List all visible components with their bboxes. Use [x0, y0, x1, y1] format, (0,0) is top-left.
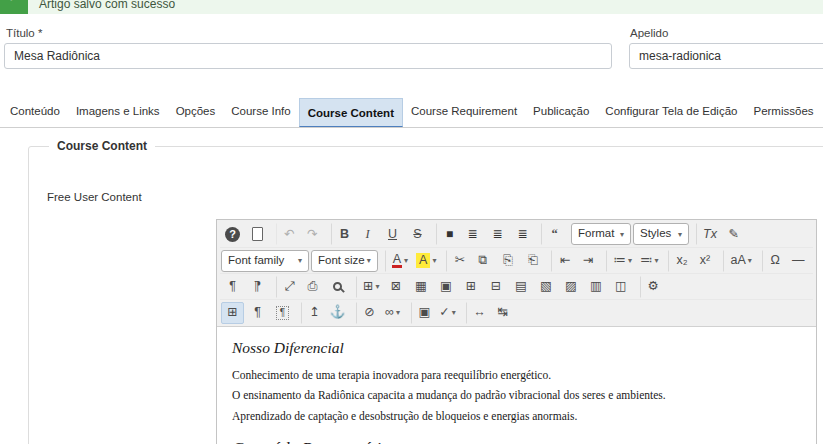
upload-icon[interactable]: ↥: [301, 302, 324, 324]
indent-icon[interactable]: ⇥: [576, 250, 599, 272]
visual-blocks-button[interactable]: ¶: [271, 302, 294, 324]
tab-permissoes[interactable]: Permissões: [745, 98, 821, 127]
copy-icon[interactable]: ⧉: [471, 250, 494, 272]
table-settings-icon[interactable]: ⚙: [640, 276, 663, 298]
align-justify-button[interactable]: ≣: [511, 223, 534, 245]
free-user-content-label: Free User Content: [47, 191, 142, 203]
editor-content[interactable]: Nosso Diferencial Conhecimento de uma te…: [217, 327, 816, 444]
delete-row-icon[interactable]: ▤: [510, 276, 533, 298]
caret-down-icon: ▾: [452, 308, 456, 317]
ltr-icon[interactable]: ¶: [221, 276, 244, 298]
outdent-icon[interactable]: ⇤: [551, 250, 574, 272]
cut-icon[interactable]: ✂: [446, 250, 469, 272]
editor-paragraphs: Conhecimento de uma terapia inovadora pa…: [232, 368, 801, 423]
insert-column-after-icon[interactable]: ▨: [560, 276, 583, 298]
caret-down-icon: ▾: [404, 256, 408, 265]
toolbar-row-3: ¶ ¶ ⤢ ⎙ ⊞▾ ⊠ ▦ ▣ ⊞: [220, 273, 813, 299]
editor-toolbar: ? ↶ ↷ B I U S ■ ≣: [217, 220, 816, 327]
tab-opcoes[interactable]: Opções: [168, 98, 224, 127]
editor-paragraph: Aprendizado de captação e desobstrução d…: [232, 409, 801, 423]
font-size-select[interactable]: Font size▾: [311, 250, 378, 272]
fullscreen-icon[interactable]: ⤢: [276, 276, 299, 298]
font-family-select[interactable]: Font family▾: [221, 250, 309, 272]
success-message: Artigo salvo com sucesso: [28, 0, 175, 14]
bullet-list-button[interactable]: ≔▾: [606, 250, 635, 272]
anchor-icon[interactable]: ⚓: [326, 302, 349, 324]
remove-format-button[interactable]: Tx: [696, 223, 720, 245]
horizontal-rule-button[interactable]: —: [787, 250, 810, 272]
cell-properties-icon[interactable]: ▣: [435, 276, 458, 298]
superscript-button[interactable]: x²: [693, 250, 716, 272]
rich-text-editor: ? ↶ ↷ B I U S ■ ≣: [216, 219, 817, 444]
underline-button[interactable]: U: [381, 223, 404, 245]
image-button[interactable]: ▣: [411, 302, 434, 324]
change-case-button[interactable]: aA▾: [723, 250, 754, 272]
titulo-label: Título *: [6, 27, 42, 39]
toolbar-row-2: Font family▾ Font size▾ A▾ A▾ ✂ ⧉ ⎘ ⎗ ⇤: [220, 247, 813, 273]
caret-down-icon: ▾: [654, 256, 658, 265]
nonbreaking-icon[interactable]: ↔: [466, 302, 489, 324]
caret-down-icon: ▾: [396, 308, 400, 317]
caret-down-icon: ▾: [375, 282, 379, 291]
tab-conteudo[interactable]: Conteúdo: [2, 98, 68, 127]
merge-cells-icon[interactable]: ◫: [610, 276, 633, 298]
tab-course-info[interactable]: Course Info: [223, 98, 298, 127]
rtl-icon[interactable]: ¶: [246, 276, 269, 298]
caret-down-icon: ▾: [678, 230, 682, 239]
italic-button[interactable]: I: [356, 223, 379, 245]
check-icon: ✓: [0, 0, 28, 14]
special-character-button[interactable]: Ω: [762, 250, 785, 272]
table-menu-button[interactable]: ⊞▾: [356, 276, 383, 298]
blockquote-button[interactable]: “: [541, 223, 564, 245]
tab-course-content[interactable]: Course Content: [299, 98, 403, 127]
help-icon[interactable]: ?: [221, 223, 244, 245]
align-left-button[interactable]: ■: [436, 223, 459, 245]
insert-column-before-icon[interactable]: ▧: [535, 276, 558, 298]
align-center-button[interactable]: ≣: [461, 223, 484, 245]
editor-paragraph: O ensinamento da Radiônica capacita a mu…: [232, 388, 801, 402]
highlight-color-button[interactable]: A▾: [413, 250, 439, 272]
paste-as-text-icon[interactable]: ⎗: [521, 250, 544, 272]
strikethrough-button[interactable]: S: [406, 223, 429, 245]
search-replace-icon[interactable]: [326, 276, 349, 298]
format-select[interactable]: Format▾: [571, 223, 631, 245]
new-document-icon[interactable]: [246, 223, 269, 245]
apelido-input[interactable]: [629, 43, 823, 69]
caret-down-icon: ▾: [620, 230, 624, 239]
apelido-label: Apelido: [630, 27, 668, 39]
toolbar-row-4: ⊞ ¶ ¶ ↥ ⚓ ⊘ ∞▾ ▣ ✓▾ ↔: [220, 299, 813, 325]
numbered-list-button[interactable]: ≕▾: [637, 250, 662, 272]
align-right-button[interactable]: ≣: [486, 223, 509, 245]
undo-icon[interactable]: ↶: [276, 223, 299, 245]
subscript-button[interactable]: x₂: [668, 250, 691, 272]
paste-icon[interactable]: ⎘: [496, 250, 519, 272]
format-painter-icon[interactable]: ✎: [722, 223, 745, 245]
delete-column-icon[interactable]: ▥: [585, 276, 608, 298]
bold-button[interactable]: B: [331, 223, 354, 245]
pagebreak-icon[interactable]: ↹: [491, 302, 514, 324]
toolbar-row-1: ? ↶ ↷ B I U S ■ ≣: [220, 221, 813, 247]
spellcheck-button[interactable]: ✓▾: [436, 302, 459, 324]
text-color-button[interactable]: A▾: [385, 250, 411, 272]
tab-configurar-tela-de-edicao[interactable]: Configurar Tela de Edição: [597, 98, 745, 127]
titulo-input[interactable]: [4, 43, 612, 69]
redo-icon[interactable]: ↷: [301, 223, 324, 245]
tab-bar: Conteúdo Imagens e Links Opções Course I…: [0, 98, 823, 128]
table-button[interactable]: ⊞: [221, 302, 244, 324]
visual-chars-button[interactable]: ¶: [246, 302, 269, 324]
caret-down-icon: ▾: [367, 256, 371, 265]
delete-table-icon[interactable]: ⊠: [385, 276, 408, 298]
insert-row-below-icon[interactable]: ⊟: [485, 276, 508, 298]
insert-row-above-icon[interactable]: ⊞: [460, 276, 483, 298]
styles-select[interactable]: Styles▾: [633, 223, 689, 245]
tab-publicacao[interactable]: Publicação: [525, 98, 597, 127]
tab-course-requirement[interactable]: Course Requirement: [403, 98, 525, 127]
tab-imagens-e-links[interactable]: Imagens e Links: [68, 98, 168, 127]
caret-down-icon: ▾: [748, 256, 752, 265]
editor-paragraph: Conhecimento de uma terapia inovadora pa…: [232, 368, 801, 382]
print-icon[interactable]: ⎙: [301, 276, 324, 298]
course-content-section: Course Content Free User Content ? ↶ ↷ B…: [28, 146, 823, 444]
table-properties-icon[interactable]: ▦: [410, 276, 433, 298]
link-button[interactable]: ∞▾: [381, 302, 404, 324]
unlink-icon[interactable]: ⊘: [356, 302, 379, 324]
